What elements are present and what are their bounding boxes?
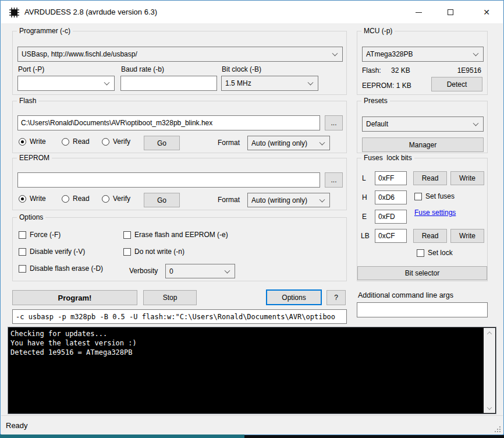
maximize-button[interactable] (438, 3, 463, 22)
flash-read-radio[interactable]: Read (62, 137, 90, 146)
eeprom-file-input[interactable] (17, 172, 320, 188)
flash-go-button[interactable]: Go (144, 136, 180, 150)
bit-clock-label: Bit clock (-B) (222, 65, 261, 73)
options-button[interactable]: Options (266, 289, 322, 305)
taskbar-active-segment (0, 435, 244, 438)
fuse-l-input[interactable] (375, 171, 407, 185)
mcu-group-label: MCU (-p) (361, 27, 395, 35)
disable-flash-erase-checkbox[interactable]: Disable flash erase (-D) (19, 264, 103, 273)
options-group-label: Options (17, 213, 45, 221)
mcu-flash-label: Flash: (362, 66, 381, 75)
flash-write-radio[interactable]: Write (19, 137, 46, 146)
baud-rate-label: Baud rate (-b) (121, 65, 164, 73)
chevron-down-icon (104, 80, 110, 86)
force-checkbox[interactable]: Force (-F) (19, 231, 61, 239)
eeprom-verify-radio[interactable]: Verify (102, 195, 130, 203)
help-button[interactable]: ? (326, 290, 346, 305)
eeprom-go-button[interactable]: Go (144, 193, 180, 207)
status-bar: Ready (1, 415, 503, 435)
presets-select[interactable]: Default (362, 116, 484, 132)
fuses-group-label: Fuses lock bits (361, 154, 414, 162)
programmer-select[interactable]: USBasp, http://www.fischl.de/usbasp/ (17, 47, 343, 62)
fuse-e-label: E (362, 213, 367, 221)
verbosity-label: Verbosity (129, 267, 158, 275)
bit-clock-select[interactable]: 1.5 MHz (221, 76, 318, 91)
flash-group: Flash ... Write Read Verify Go Format Au… (12, 101, 347, 153)
flash-format-select[interactable]: Auto (writing only) (247, 136, 330, 150)
baud-rate-input[interactable] (120, 76, 217, 91)
fuses-write-button[interactable]: Write (450, 171, 484, 185)
erase-flash-eeprom-checkbox[interactable]: Erase flash and EEPROM (-e) (123, 231, 228, 239)
close-icon: ✕ (483, 8, 490, 16)
taskbar-strip (0, 435, 504, 438)
presets-group-label: Presets (361, 97, 390, 105)
chevron-down-icon (332, 51, 338, 56)
chevron-down-icon (473, 121, 479, 126)
eeprom-format-select[interactable]: Auto (writing only) (247, 193, 330, 207)
fuses-group: Fuses lock bits L Read Write H Set fuses… (357, 158, 488, 281)
detect-button[interactable]: Detect (431, 77, 482, 91)
mcu-select[interactable]: ATmega328PB (362, 47, 484, 62)
minimize-button[interactable] (406, 3, 431, 22)
fuse-e-input[interactable] (375, 210, 407, 224)
resize-grip-icon[interactable] (494, 426, 501, 433)
chevron-down-icon (320, 139, 325, 145)
maximize-icon (448, 9, 453, 15)
console-scrollbar[interactable] (484, 328, 495, 413)
window-title: AVRDUDESS 2.8 (avrdude version 6.3) (24, 8, 157, 16)
lockbit-input[interactable] (375, 229, 407, 243)
fuse-settings-link[interactable]: Fuse settings (414, 209, 456, 217)
do-not-write-checkbox[interactable]: Do not write (-n) (123, 248, 184, 256)
mcu-eeprom-label: EEPROM: 1 KB (362, 82, 411, 90)
additional-args-input[interactable] (357, 302, 488, 317)
flash-file-input[interactable] (17, 115, 320, 130)
eeprom-browse-button[interactable]: ... (325, 172, 343, 188)
status-text: Ready (6, 421, 28, 430)
fuse-h-label: H (362, 193, 367, 202)
minimize-icon (416, 12, 422, 13)
presets-group: Presets Default Manager (357, 101, 488, 153)
fuse-h-input[interactable] (375, 190, 407, 204)
eeprom-format-label: Format (218, 196, 240, 204)
lock-write-button[interactable]: Write (450, 229, 484, 243)
console-text: Checking for updates... You have the lat… (10, 329, 481, 412)
verbosity-select[interactable]: 0 (165, 264, 235, 278)
lock-read-button[interactable]: Read (413, 229, 447, 243)
title-bar[interactable]: AVRDUDESS 2.8 (avrdude version 6.3) ✕ (1, 1, 503, 23)
flash-browse-button[interactable]: ... (325, 115, 343, 130)
avrdudess-window: AVRDUDESS 2.8 (avrdude version 6.3) ✕ Pr… (0, 0, 504, 435)
console-output[interactable]: Checking for updates... You have the lat… (8, 327, 496, 414)
program-button[interactable]: Program! (12, 290, 137, 305)
eeprom-write-radio[interactable]: Write (19, 195, 46, 203)
scroll-up-icon[interactable] (484, 328, 495, 338)
preset-manager-button[interactable]: Manager (362, 137, 484, 152)
chevron-down-icon (473, 51, 479, 56)
additional-args-label: Additional command line args (358, 291, 453, 299)
port-label: Port (-P) (18, 65, 44, 73)
set-lock-checkbox[interactable]: Set lock (417, 249, 453, 257)
options-group: Options Force (-F) Disable verify (-V) D… (12, 217, 347, 281)
chip-icon (9, 7, 20, 18)
flash-group-label: Flash (17, 97, 38, 105)
chevron-down-icon (308, 80, 314, 86)
command-line-preview[interactable] (12, 309, 347, 324)
chevron-down-icon (225, 267, 230, 273)
chevron-down-icon (320, 196, 325, 202)
close-button[interactable]: ✕ (474, 3, 499, 22)
programmer-group: Programmer (-c) USBasp, http://www.fisch… (12, 31, 347, 95)
disable-verify-checkbox[interactable]: Disable verify (-V) (19, 248, 85, 256)
port-select[interactable] (17, 76, 115, 91)
mcu-flash-size: 32 KB (391, 66, 410, 75)
eeprom-read-radio[interactable]: Read (62, 195, 90, 203)
fuse-l-label: L (362, 174, 366, 182)
bit-selector-button[interactable]: Bit selector (357, 266, 487, 280)
fuses-read-button[interactable]: Read (413, 171, 447, 185)
programmer-group-label: Programmer (-c) (17, 27, 73, 35)
eeprom-group: EEPROM ... Write Read Verify Go Format A… (12, 158, 347, 210)
scroll-down-icon[interactable] (484, 403, 495, 413)
eeprom-group-label: EEPROM (17, 154, 52, 162)
stop-button[interactable]: Stop (143, 290, 197, 305)
set-fuses-checkbox[interactable]: Set fuses (414, 192, 455, 200)
mcu-group: MCU (-p) ATmega328PB Flash: 32 KB 1E9516… (357, 31, 488, 95)
flash-verify-radio[interactable]: Verify (102, 137, 130, 146)
